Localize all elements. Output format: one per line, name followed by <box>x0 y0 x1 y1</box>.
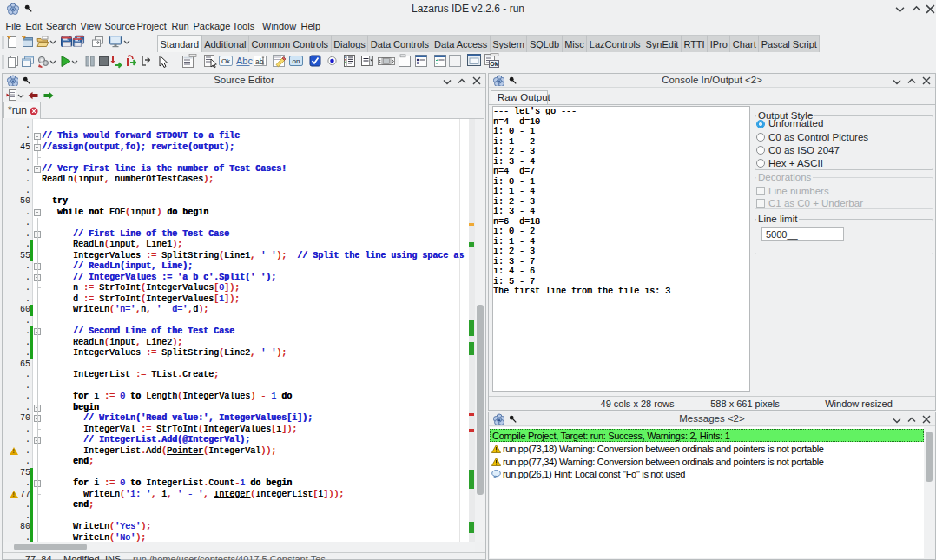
svg-text:Ok: Ok <box>490 61 498 67</box>
svg-text:on: on <box>293 57 300 65</box>
svg-text:Ok: Ok <box>221 57 231 65</box>
svg-text:Abc: Abc <box>236 56 253 66</box>
